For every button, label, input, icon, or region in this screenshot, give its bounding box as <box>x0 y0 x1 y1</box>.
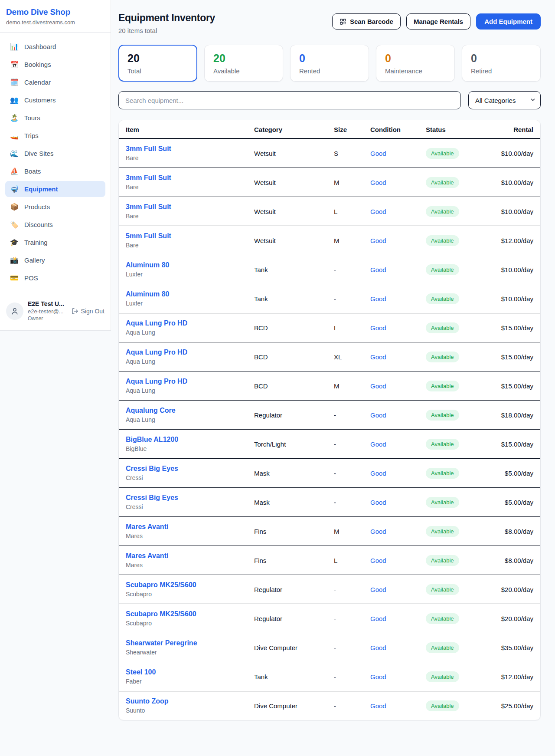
stat-card[interactable]: 0 Rented <box>290 45 369 82</box>
item-name-link[interactable]: Suunto Zoop <box>126 697 169 705</box>
item-name-link[interactable]: Aqualung Core <box>126 407 176 414</box>
item-name-link[interactable]: Aluminum 80 <box>126 290 169 298</box>
stat-card[interactable]: 20 Available <box>204 45 283 82</box>
item-name-link[interactable]: 3mm Full Suit <box>126 174 171 182</box>
brand-name[interactable]: Demo Dive Shop <box>6 7 102 17</box>
item-name-link[interactable]: 3mm Full Suit <box>126 145 171 153</box>
item-category: Fins <box>247 546 327 575</box>
status-badge: Available <box>426 497 459 508</box>
scan-barcode-button[interactable]: Scan Barcode <box>332 13 401 30</box>
sidebar-item-calendar[interactable]: 🗓️ Calendar <box>5 74 105 90</box>
item-brand: Bare <box>126 154 240 161</box>
diving-mask-icon: 🤿 <box>10 186 19 193</box>
item-condition-link[interactable]: Good <box>370 150 386 157</box>
item-name-link[interactable]: Cressi Big Eyes <box>126 465 178 473</box>
item-condition-link[interactable]: Good <box>370 295 386 302</box>
item-condition-link[interactable]: Good <box>370 528 386 535</box>
item-size: - <box>327 691 363 720</box>
table-row: Aluminum 80 Luxfer Tank - Good Available <box>119 284 540 313</box>
item-name-link[interactable]: Shearwater Peregrine <box>126 639 197 647</box>
add-equipment-button[interactable]: Add Equipment <box>476 13 541 30</box>
stat-label: Retired <box>471 67 532 75</box>
item-name-link[interactable]: Aluminum 80 <box>126 261 169 269</box>
item-name-link[interactable]: Scubapro MK25/S600 <box>126 581 196 589</box>
item-name-link[interactable]: Mares Avanti <box>126 552 168 560</box>
item-name-link[interactable]: 5mm Full Suit <box>126 232 171 240</box>
item-category: Mask <box>247 488 327 517</box>
table-row: BigBlue AL1200 BigBlue Torch/Light - Goo… <box>119 430 540 459</box>
item-cell: Aqualung Core Aqua Lung <box>119 401 247 430</box>
status-cell: Available <box>419 488 484 517</box>
sidebar-item-label: Boats <box>24 168 41 175</box>
item-name-link[interactable]: BigBlue AL1200 <box>126 436 178 444</box>
stat-card[interactable]: 0 Retired <box>462 45 541 82</box>
item-name-link[interactable]: Mares Avanti <box>126 523 168 531</box>
item-cell: Shearwater Peregrine Shearwater <box>119 633 247 662</box>
item-condition-link[interactable]: Good <box>370 499 386 506</box>
sidebar-item-tours[interactable]: 🏝️ Tours <box>5 110 105 126</box>
sidebar-item-discounts[interactable]: 🏷️ Discounts <box>5 217 105 233</box>
item-size: - <box>327 488 363 517</box>
item-name-link[interactable]: 3mm Full Suit <box>126 203 171 211</box>
condition-cell: Good <box>363 342 419 371</box>
condition-cell: Good <box>363 197 419 226</box>
user-email: e2e-tester@... <box>28 308 67 315</box>
item-cell: Cressi Big Eyes Cressi <box>119 459 247 488</box>
item-condition-link[interactable]: Good <box>370 470 386 477</box>
stat-value: 0 <box>385 52 446 65</box>
condition-cell: Good <box>363 662 419 691</box>
item-condition-link[interactable]: Good <box>370 208 386 215</box>
sidebar-item-dive-sites[interactable]: 🌊 Dive Sites <box>5 145 105 161</box>
column-header-size: Size <box>327 120 363 138</box>
stat-card[interactable]: 0 Maintenance <box>376 45 455 82</box>
item-condition-link[interactable]: Good <box>370 586 386 593</box>
condition-cell: Good <box>363 633 419 662</box>
sidebar-item-trips[interactable]: 🚤 Trips <box>5 128 105 144</box>
sidebar-item-products[interactable]: 📦 Products <box>5 199 105 215</box>
status-badge: Available <box>426 526 459 537</box>
item-name-link[interactable]: Steel 100 <box>126 668 156 676</box>
status-badge: Available <box>426 177 459 188</box>
sidebar-item-customers[interactable]: 👥 Customers <box>5 92 105 108</box>
item-category: Tank <box>247 284 327 313</box>
category-select[interactable]: All Categories <box>468 91 541 109</box>
item-rental: $25.00/day <box>484 691 540 720</box>
item-condition-link[interactable]: Good <box>370 382 386 390</box>
item-condition-link[interactable]: Good <box>370 440 386 448</box>
stat-label: Rented <box>299 67 360 75</box>
search-input[interactable] <box>118 91 461 109</box>
sign-out-button[interactable]: Sign Out <box>72 308 104 315</box>
sidebar-item-training[interactable]: 🎓 Training <box>5 234 105 250</box>
item-condition-link[interactable]: Good <box>370 237 386 244</box>
item-condition-link[interactable]: Good <box>370 324 386 332</box>
item-name-link[interactable]: Cressi Big Eyes <box>126 494 178 502</box>
item-name-link[interactable]: Aqua Lung Pro HD <box>126 319 187 327</box>
item-name-link[interactable]: Aqua Lung Pro HD <box>126 348 187 356</box>
sidebar-item-bookings[interactable]: 📅 Bookings <box>5 56 105 72</box>
item-condition-link[interactable]: Good <box>370 179 386 186</box>
condition-cell: Good <box>363 488 419 517</box>
sidebar-item-pos[interactable]: 💳 POS <box>5 270 105 286</box>
item-name-link[interactable]: Scubapro MK25/S600 <box>126 610 196 618</box>
item-condition-link[interactable]: Good <box>370 353 386 361</box>
table-row: Aqua Lung Pro HD Aqua Lung BCD M Good Av… <box>119 371 540 401</box>
item-size: - <box>327 284 363 313</box>
item-condition-link[interactable]: Good <box>370 615 386 622</box>
status-cell: Available <box>419 284 484 313</box>
sidebar-item-equipment[interactable]: 🤿 Equipment <box>5 181 105 197</box>
item-condition-link[interactable]: Good <box>370 644 386 651</box>
sidebar-item-boats[interactable]: ⛵ Boats <box>5 163 105 179</box>
stat-value: 0 <box>299 52 360 65</box>
item-condition-link[interactable]: Good <box>370 673 386 680</box>
stat-label: Available <box>213 67 274 75</box>
sidebar-item-dashboard[interactable]: 📊 Dashboard <box>5 39 105 55</box>
stat-card[interactable]: 20 Total <box>118 45 197 82</box>
item-condition-link[interactable]: Good <box>370 702 386 710</box>
sidebar-item-gallery[interactable]: 📸 Gallery <box>5 252 105 268</box>
item-condition-link[interactable]: Good <box>370 557 386 564</box>
status-badge: Available <box>426 468 459 479</box>
item-condition-link[interactable]: Good <box>370 266 386 273</box>
manage-rentals-button[interactable]: Manage Rentals <box>406 13 470 30</box>
item-condition-link[interactable]: Good <box>370 411 386 419</box>
item-name-link[interactable]: Aqua Lung Pro HD <box>126 378 187 385</box>
